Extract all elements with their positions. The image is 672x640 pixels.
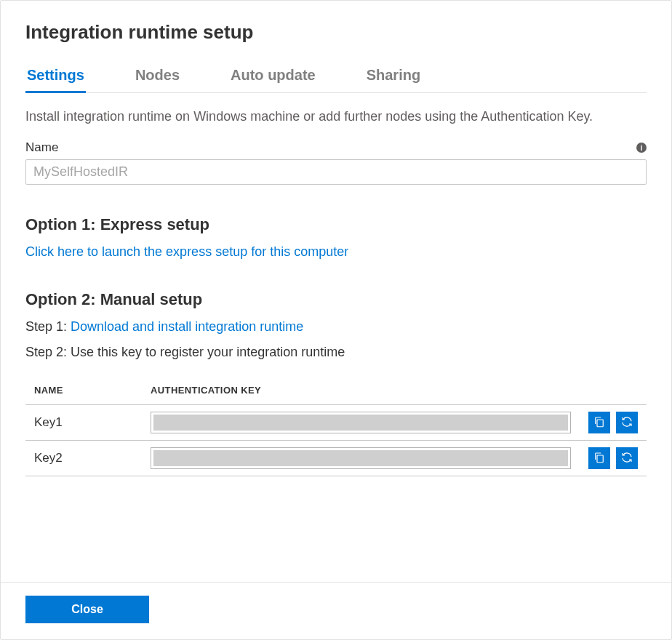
step1-prefix: Step 1: <box>25 319 71 334</box>
copy-key2-button[interactable] <box>588 447 610 469</box>
refresh-key1-button[interactable] <box>616 412 638 433</box>
name-label-row: Name i <box>25 140 647 155</box>
option2-title: Option 2: Manual setup <box>25 290 647 309</box>
key-actions-cell <box>580 441 647 476</box>
tab-sharing[interactable]: Sharing <box>365 63 422 93</box>
table-header-row: NAME AUTHENTICATION KEY <box>25 377 647 405</box>
option1-title: Option 1: Express setup <box>25 215 647 234</box>
auth-key-table: NAME AUTHENTICATION KEY Key1 <box>25 377 647 476</box>
name-input[interactable] <box>25 159 647 185</box>
key-actions-cell <box>580 405 647 441</box>
key-value-box[interactable] <box>151 412 571 433</box>
col-header-actions <box>580 377 647 405</box>
key-value-cell <box>142 405 580 441</box>
tab-nodes[interactable]: Nodes <box>134 63 181 93</box>
express-setup-link[interactable]: Click here to launch the express setup f… <box>25 244 348 259</box>
panel-footer: Close <box>1 582 671 639</box>
step1-line: Step 1: Download and install integration… <box>25 319 647 335</box>
info-icon[interactable]: i <box>636 143 647 153</box>
panel-content: Integration runtime setup Settings Nodes… <box>1 1 671 582</box>
copy-icon <box>593 451 606 466</box>
name-label: Name <box>25 140 58 155</box>
key-value-masked <box>153 415 568 431</box>
col-header-name: NAME <box>25 377 142 405</box>
refresh-key2-button[interactable] <box>616 447 638 469</box>
table-row: Key2 <box>25 441 647 476</box>
key-name-cell: Key1 <box>25 405 142 441</box>
key-value-masked <box>153 450 568 466</box>
tab-settings[interactable]: Settings <box>25 63 86 93</box>
tabs: Settings Nodes Auto update Sharing <box>25 63 647 93</box>
copy-icon <box>593 415 606 431</box>
step2-line: Step 2: Use this key to register your in… <box>25 345 647 360</box>
svg-rect-0 <box>597 420 603 427</box>
key-name-cell: Key2 <box>25 441 142 476</box>
key-value-cell <box>142 441 580 476</box>
download-runtime-link[interactable]: Download and install integration runtime <box>71 319 303 334</box>
settings-description: Install integration runtime on Windows m… <box>25 108 647 126</box>
svg-rect-1 <box>597 455 603 463</box>
refresh-icon <box>620 415 633 431</box>
refresh-icon <box>620 451 633 466</box>
setup-panel: Integration runtime setup Settings Nodes… <box>0 0 672 640</box>
tab-auto-update[interactable]: Auto update <box>229 63 317 93</box>
page-title: Integration runtime setup <box>25 21 647 44</box>
table-row: Key1 <box>25 405 647 441</box>
col-header-key: AUTHENTICATION KEY <box>142 377 580 405</box>
close-button[interactable]: Close <box>25 596 149 623</box>
copy-key1-button[interactable] <box>588 412 610 433</box>
key-value-box[interactable] <box>151 447 571 469</box>
